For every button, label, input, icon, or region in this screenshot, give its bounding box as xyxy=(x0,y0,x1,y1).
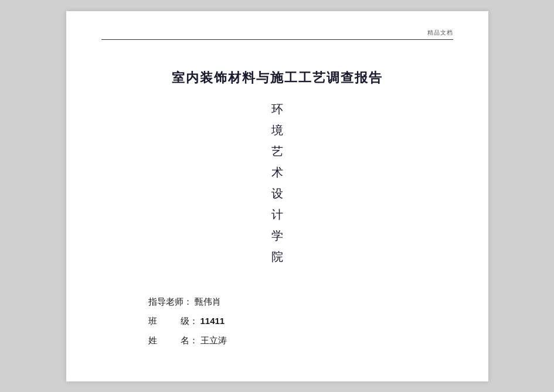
watermark-label: 精品文档 xyxy=(427,29,453,37)
char-6: 计 xyxy=(271,204,283,225)
char-4: 术 xyxy=(271,162,283,183)
name-value: 王立涛 xyxy=(200,335,227,346)
teacher-label: 指导老师： xyxy=(148,296,192,308)
vertical-text-block: 环 境 艺 术 设 计 学 院 xyxy=(271,98,283,267)
class-sublabel: 级： xyxy=(181,316,198,327)
char-1: 环 xyxy=(271,98,283,120)
top-bar: 精品文档 xyxy=(101,29,453,40)
class-label: 班 xyxy=(148,316,157,327)
teacher-row: 指导老师： 甄伟肖 xyxy=(148,296,221,308)
class-row: 班 级： 11411 xyxy=(148,316,225,327)
char-8: 院 xyxy=(271,246,283,267)
info-section: 指导老师： 甄伟肖 班 级： 11411 姓 名： 王立涛 xyxy=(101,296,453,346)
teacher-value: 甄伟肖 xyxy=(195,296,221,308)
name-sublabel: 名： xyxy=(181,335,198,346)
name-row: 姓 名： 王立涛 xyxy=(148,335,227,346)
class-value: 11411 xyxy=(200,316,225,326)
main-content: 室内装饰材料与施工工艺调查报告 环 境 艺 术 设 计 学 院 指导老师： 甄伟… xyxy=(101,46,453,346)
char-2: 境 xyxy=(271,120,283,141)
document-page: 精品文档 室内装饰材料与施工工艺调查报告 环 境 艺 术 设 计 学 院 指导老… xyxy=(66,11,488,381)
char-7: 学 xyxy=(271,225,283,246)
name-label: 姓 xyxy=(148,335,157,346)
report-title: 室内装饰材料与施工工艺调查报告 xyxy=(172,69,383,87)
char-5: 设 xyxy=(271,183,283,204)
char-3: 艺 xyxy=(271,141,283,162)
